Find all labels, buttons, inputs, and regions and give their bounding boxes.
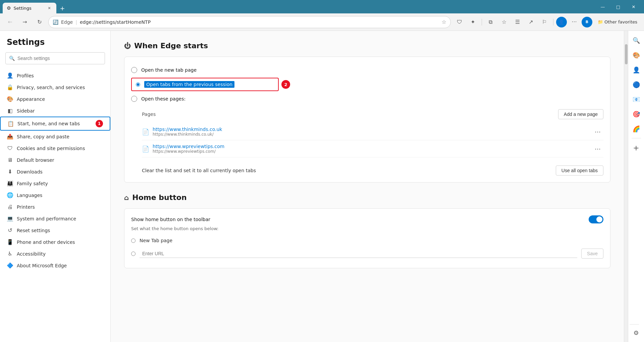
- sidebar-item-cookies[interactable]: 🛡 Cookies and site permissions: [0, 142, 110, 154]
- sidebar-item-phone-devices[interactable]: 📱 Phone and other devices: [0, 236, 110, 248]
- home-new-tab-label: New Tab page: [140, 238, 172, 243]
- sidebar-item-label: Printers: [17, 204, 35, 210]
- radio-new-tab[interactable]: [131, 67, 137, 73]
- refresh-button[interactable]: ↻: [34, 16, 46, 28]
- right-sidebar-circle-icon[interactable]: 🔵: [630, 78, 643, 91]
- sidebar-item-family-safety[interactable]: 👨‍👩‍👧 Family safety: [0, 178, 110, 189]
- option-new-tab[interactable]: Open the new tab page: [131, 64, 603, 76]
- right-sidebar: 🔍 🎨 👤 🔵 📧 🎯 🌈 + ⚙: [628, 31, 644, 342]
- radio-prev-session[interactable]: [136, 82, 140, 87]
- right-sidebar-separator: [632, 138, 641, 138]
- home-url-input[interactable]: [140, 250, 577, 258]
- sidebar-item-privacy[interactable]: 🔒 Privacy, search, and services: [0, 81, 110, 93]
- option-open-pages-label: Open these pages:: [141, 96, 185, 101]
- search-box[interactable]: 🔍: [5, 52, 105, 64]
- sidebar-item-label: System and performance: [17, 216, 76, 221]
- search-input[interactable]: [17, 56, 101, 61]
- split-screen-icon[interactable]: ⧉: [485, 16, 497, 28]
- pages-header: Pages Add a new page: [142, 109, 603, 119]
- profile-button[interactable]: 👤: [556, 17, 567, 27]
- scroll-thumb[interactable]: [625, 44, 628, 64]
- right-sidebar-apps-icon[interactable]: 🎯: [630, 107, 643, 121]
- option-prev-session[interactable]: Open tabs from the previous session: [131, 78, 279, 91]
- more-menu-button[interactable]: ···: [568, 16, 580, 28]
- page-more-button-2[interactable]: ⋯: [592, 144, 603, 154]
- collections-icon[interactable]: ☰: [512, 16, 524, 28]
- right-sidebar-copilot-icon[interactable]: 🎨: [630, 48, 643, 62]
- forward-button[interactable]: →: [19, 16, 31, 28]
- page-url-2: https://www.wpreviewtips.com: [153, 144, 589, 149]
- sidebar-item-label: Languages: [17, 193, 42, 198]
- favorites-icon[interactable]: ☆: [498, 16, 510, 28]
- profiles-icon: 👤: [7, 72, 13, 79]
- sidebar-item-downloads[interactable]: ⬇ Downloads: [0, 166, 110, 178]
- home-icon: ⌂: [124, 194, 129, 202]
- right-sidebar-settings-icon[interactable]: ⚙: [630, 326, 643, 339]
- add-new-page-button[interactable]: Add a new page: [558, 109, 603, 119]
- radio-open-pages[interactable]: [131, 96, 137, 102]
- option-open-pages[interactable]: Open these pages:: [131, 92, 603, 105]
- right-sidebar-outlook-icon[interactable]: 📧: [630, 92, 643, 106]
- close-button[interactable]: ✕: [626, 0, 641, 13]
- back-button[interactable]: ←: [4, 16, 16, 28]
- url-text: edge://settings/startHomeNTP: [80, 19, 439, 25]
- title-bar: ⚙ Settings ✕ + — □ ✕: [0, 0, 644, 13]
- extensions-icon[interactable]: 🛡: [453, 16, 466, 28]
- sidebar-item-label: Default browser: [17, 157, 54, 163]
- right-sidebar-add-button[interactable]: +: [630, 141, 643, 154]
- other-favorites[interactable]: 📁 Other favorites: [595, 19, 640, 24]
- browser-essentials-icon[interactable]: ✦: [467, 16, 479, 28]
- sidebar-item-about[interactable]: 🔷 About Microsoft Edge: [0, 260, 110, 271]
- share-icon[interactable]: ↗: [525, 16, 537, 28]
- settings-tab[interactable]: ⚙ Settings ✕: [3, 3, 56, 13]
- tab-close-button[interactable]: ✕: [46, 5, 52, 11]
- sidebar-title: Settings: [0, 38, 110, 52]
- sidebar-item-system[interactable]: 💻 System and performance: [0, 213, 110, 224]
- use-all-tabs-button[interactable]: Use all open tabs: [556, 165, 603, 176]
- home-button-toggle[interactable]: [589, 215, 603, 223]
- feedback-icon[interactable]: ⚐: [538, 16, 550, 28]
- home-button-title: Home button: [132, 193, 186, 202]
- when-edge-starts-card: Open the new tab page Open tabs from the…: [124, 57, 610, 183]
- page-more-button-1[interactable]: ⋯: [592, 127, 603, 137]
- radio-home-new-tab[interactable]: [131, 238, 136, 243]
- pages-label: Pages: [142, 112, 156, 117]
- privacy-icon: 🔒: [7, 84, 13, 90]
- new-tab-button[interactable]: +: [57, 3, 68, 13]
- sidebar-item-printers[interactable]: 🖨 Printers: [0, 201, 110, 213]
- sidebar-item-sidebar[interactable]: ◧ Sidebar: [0, 105, 110, 117]
- bing-copilot-button[interactable]: B: [582, 17, 592, 27]
- other-favorites-icon: 📁: [598, 19, 603, 24]
- minimize-button[interactable]: —: [595, 0, 610, 13]
- sidebar-item-label: Share, copy and paste: [17, 134, 69, 139]
- address-bar[interactable]: 🔄 Edge | edge://settings/startHomeNTP ☆: [48, 16, 451, 28]
- home-save-button[interactable]: Save: [581, 249, 603, 259]
- toolbar-icons: 🛡 ✦ ⧉ ☆ ☰ ↗ ⚐ 👤 ··· B: [453, 16, 592, 28]
- toolbar-separator-2: [553, 19, 553, 25]
- sidebar-item-share-copy[interactable]: 📤 Share, copy and paste: [0, 131, 110, 142]
- sidebar-item-reset[interactable]: ↺ Reset settings: [0, 224, 110, 236]
- right-sidebar-profile-icon[interactable]: 👤: [630, 63, 643, 76]
- sidebar-item-appearance[interactable]: 🎨 Appearance: [0, 93, 110, 105]
- right-sidebar-search-icon[interactable]: 🔍: [630, 33, 643, 47]
- downloads-icon: ⬇: [7, 168, 13, 175]
- sidebar-item-label: Phone and other devices: [17, 240, 75, 245]
- main-area: Settings 🔍 👤 Profiles 🔒 Privacy, search,…: [0, 31, 644, 342]
- home-toggle-sub: Set what the home button opens below:: [131, 226, 603, 231]
- sidebar-item-accessibility[interactable]: ♿ Accessibility: [0, 248, 110, 260]
- page-doc-icon-1: 📄: [142, 128, 149, 135]
- favorite-button[interactable]: ☆: [442, 19, 446, 25]
- right-sidebar-rainbow-icon[interactable]: 🌈: [630, 122, 643, 135]
- radio-home-url[interactable]: [131, 252, 136, 256]
- sidebar-item-default-browser[interactable]: 🖥 Default browser: [0, 154, 110, 166]
- sidebar-item-start-home[interactable]: 📋 Start, home, and new tabs 1: [0, 117, 110, 131]
- cookies-icon: 🛡: [7, 145, 13, 151]
- default-browser-icon: 🖥: [7, 157, 13, 163]
- sidebar-item-label: Appearance: [17, 96, 45, 102]
- vertical-scrollbar[interactable]: [624, 31, 628, 342]
- home-new-tab-option[interactable]: New Tab page: [131, 235, 603, 246]
- maximize-button[interactable]: □: [610, 0, 626, 13]
- page-item-1: 📄 https://www.thinkminds.co.uk https://w…: [142, 123, 603, 140]
- sidebar-item-languages[interactable]: 🌐 Languages: [0, 189, 110, 201]
- sidebar-item-profiles[interactable]: 👤 Profiles: [0, 70, 110, 81]
